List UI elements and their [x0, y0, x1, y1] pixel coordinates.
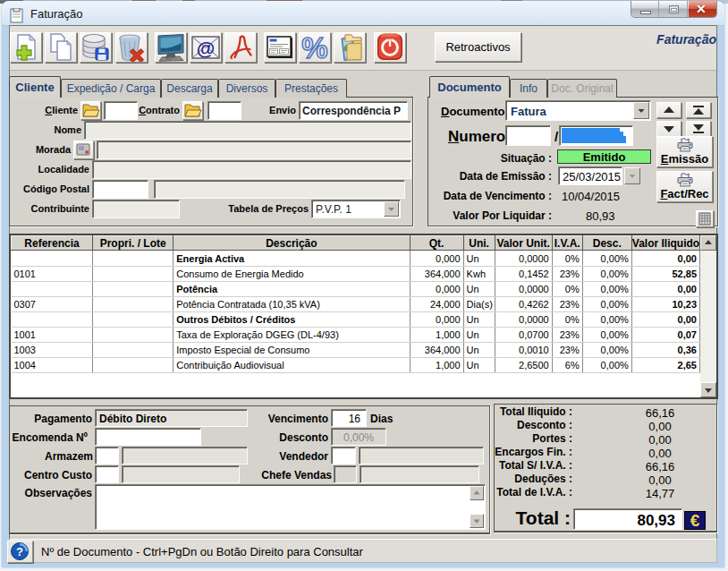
svg-text:@: @: [197, 38, 215, 58]
svg-text:?: ?: [16, 545, 23, 558]
svg-text:%: %: [301, 33, 327, 62]
